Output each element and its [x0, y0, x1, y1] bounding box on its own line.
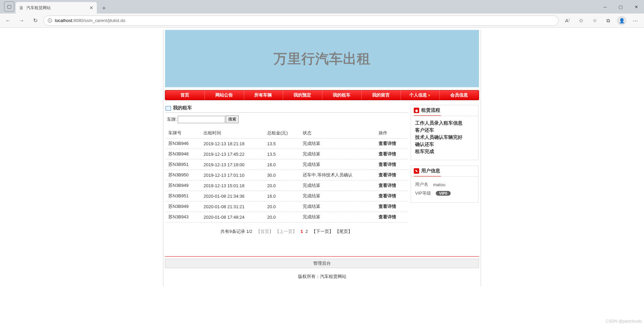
cell-plate: 苏N3B946: [166, 138, 201, 149]
vip-badge: VIP0: [436, 191, 451, 196]
cell-plate: 苏N3B951: [166, 159, 201, 170]
view-detail-link[interactable]: 查看详情: [379, 204, 396, 209]
cell-plate: 苏N3B948: [166, 149, 201, 159]
pencil-icon: ✎: [414, 168, 419, 174]
nav-item-4[interactable]: 我的租车: [322, 92, 361, 98]
view-detail-link[interactable]: 查看详情: [379, 214, 396, 219]
nav-item-0[interactable]: 首页: [165, 92, 205, 98]
cell-rent: 13.5: [264, 138, 300, 149]
view-detail-link[interactable]: 查看详情: [379, 141, 396, 146]
favorites-icon[interactable]: ☆: [588, 15, 601, 26]
profile-avatar[interactable]: 👤: [616, 15, 628, 26]
cell-time: 2020-01-08 21:34:36: [201, 191, 264, 201]
pager-next[interactable]: 【下一页】: [312, 229, 334, 234]
site-banner: 万里行汽车出租: [165, 30, 479, 87]
browser-tab[interactable]: 🗎 汽车租赁网站 ✕: [16, 2, 97, 14]
nav-item-3[interactable]: 我的预定: [283, 92, 322, 98]
site-info-icon[interactable]: ⓘ: [48, 18, 52, 24]
cell-rent: 13.5: [264, 149, 300, 159]
process-step-0: 工作人员录入租车信息: [415, 120, 474, 127]
footer-separator: [165, 256, 479, 257]
new-tab-button[interactable]: ＋: [99, 3, 109, 13]
window-maximize-button[interactable]: ▢: [613, 0, 628, 14]
view-detail-link[interactable]: 查看详情: [379, 151, 396, 156]
cell-time: 2019-12-13 17:01:10: [201, 170, 264, 180]
pager-summary: 共有9条记录 1/2: [220, 229, 252, 234]
window-minimize-button[interactable]: ─: [597, 0, 613, 14]
browser-tab-bar: ▢ 🗎 汽车租赁网站 ✕ ＋ ─ ▢ ✕: [0, 0, 644, 14]
favorite-add-icon[interactable]: ✩: [575, 15, 587, 26]
cell-status: 完成结算: [300, 149, 375, 159]
nav-item-1[interactable]: 网站公告: [205, 92, 244, 98]
pager-last[interactable]: 【尾页】: [335, 229, 352, 234]
search-label: 车牌:: [167, 116, 177, 123]
pagination: 共有9条记录 1/2 【首页】 【上一页】 1 2 【下一页】 【尾页】: [166, 229, 407, 235]
panel-title-text: 我的租车: [173, 105, 192, 111]
pager-first[interactable]: 【首页】: [256, 229, 274, 234]
table-row: 苏N3B9512019-12-13 17:18:0016.0完成结算查看详情: [166, 159, 407, 170]
disc-icon: ◉: [414, 108, 419, 113]
table-row: 苏N3B9492019-12-13 15:01:1820.0完成结算查看详情: [166, 180, 407, 191]
forward-button[interactable]: →: [16, 15, 27, 26]
col-header-1: 出租时间: [201, 128, 264, 138]
col-header-3: 状态: [300, 128, 375, 138]
nav-item-7[interactable]: 会员信息: [439, 92, 479, 98]
url-field[interactable]: ⓘ localhost:8080/ssm_carent/jilulist.do: [43, 16, 559, 26]
banner-title: 万里行汽车出租: [274, 49, 371, 68]
nav-item-6[interactable]: 个人信息▼: [401, 92, 440, 98]
window-close-button[interactable]: ✕: [628, 0, 644, 14]
cell-status: 完成结算: [300, 201, 375, 212]
collections-icon[interactable]: ⧉: [602, 15, 614, 26]
table-row: 苏N3B9492020-01-08 21:31:2120.0完成结算查看详情: [166, 201, 407, 212]
rental-process-box: ◉ 租赁流程 工作人员录入租车信息客户还车技术人员确认车辆完好确认还车租车完成: [411, 105, 478, 160]
pager-prev[interactable]: 【上一页】: [275, 229, 297, 234]
close-tab-icon[interactable]: ✕: [89, 5, 93, 10]
view-detail-link[interactable]: 查看详情: [379, 183, 396, 188]
read-aloud-icon[interactable]: A⁾: [561, 15, 574, 26]
cell-plate: 苏N3B949: [166, 201, 201, 212]
table-row: 苏N3B9502019-12-13 17:01:1030.0还车中,等待技术人员…: [166, 170, 407, 180]
admin-footer-link[interactable]: 管理后台: [165, 259, 479, 268]
table-row: 苏N3B9512020-01-08 21:34:3616.0完成结算查看详情: [166, 191, 407, 201]
view-detail-link[interactable]: 查看详情: [379, 193, 396, 198]
cell-status: 完成结算: [300, 159, 375, 170]
cell-time: 2020-01-08 17:48:24: [201, 212, 264, 222]
pager-page-1[interactable]: 1: [301, 229, 303, 234]
cell-time: 2020-01-08 21:31:21: [201, 201, 264, 212]
chevron-down-icon: ▼: [428, 94, 431, 97]
cell-rent: 20.0: [264, 180, 300, 191]
cell-time: 2019-12-13 18:21:18: [201, 138, 264, 149]
app-icon[interactable]: ▢: [4, 1, 14, 12]
cell-time: 2019-12-13 15:01:18: [201, 180, 264, 191]
process-step-3: 确认还车: [415, 141, 474, 148]
view-detail-link[interactable]: 查看详情: [379, 172, 396, 177]
username-label: 用户名: [415, 181, 428, 188]
pager-page-2[interactable]: 2: [305, 229, 308, 234]
cell-rent: 20.0: [264, 212, 300, 222]
process-title: 租赁流程: [421, 107, 440, 113]
nav-item-2[interactable]: 所有车辆: [244, 92, 283, 98]
plate-search-input[interactable]: [178, 116, 225, 123]
cell-rent: 20.0: [264, 201, 300, 212]
search-button[interactable]: 搜索: [226, 115, 239, 123]
more-menu-button[interactable]: ⋯: [629, 15, 641, 26]
process-step-4: 租车完成: [415, 148, 474, 155]
back-button[interactable]: ←: [3, 15, 14, 26]
copyright-text: 版权所有：汽车租赁网站: [164, 270, 480, 286]
table-row: 苏N3B9462019-12-13 18:21:1813.5完成结算查看详情: [166, 138, 407, 149]
cell-status: 完成结算: [300, 191, 375, 201]
cell-plate: 苏N3B949: [166, 180, 201, 191]
rental-table: 车牌号出租时间总租金(元)状态操作 苏N3B9462019-12-13 18:2…: [166, 128, 407, 222]
col-header-2: 总租金(元): [264, 128, 300, 138]
table-row: 苏N3B9482019-12-13 17:45:2213.5完成结算查看详情: [166, 149, 407, 159]
nav-item-5[interactable]: 我的留言: [361, 92, 401, 98]
page-icon: 🗎: [19, 5, 24, 10]
refresh-button[interactable]: ↻: [30, 15, 41, 26]
cell-plate: 苏N3B951: [166, 191, 201, 201]
process-step-2: 技术人员确认车辆完好: [415, 134, 474, 141]
view-detail-link[interactable]: 查看详情: [379, 162, 396, 167]
main-nav: 首页网站公告所有车辆我的预定我的租车我的留言个人信息▼会员信息: [165, 90, 479, 100]
cell-rent: 30.0: [264, 170, 300, 180]
cell-status: 完成结算: [300, 180, 375, 191]
user-info-box: ✎ 用户信息 用户名 matou VIP等级 VIP0: [411, 166, 478, 203]
